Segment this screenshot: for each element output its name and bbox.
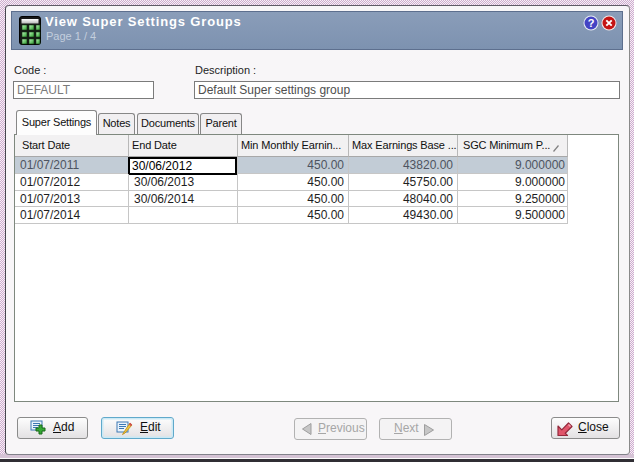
- svg-text:?: ?: [588, 17, 595, 29]
